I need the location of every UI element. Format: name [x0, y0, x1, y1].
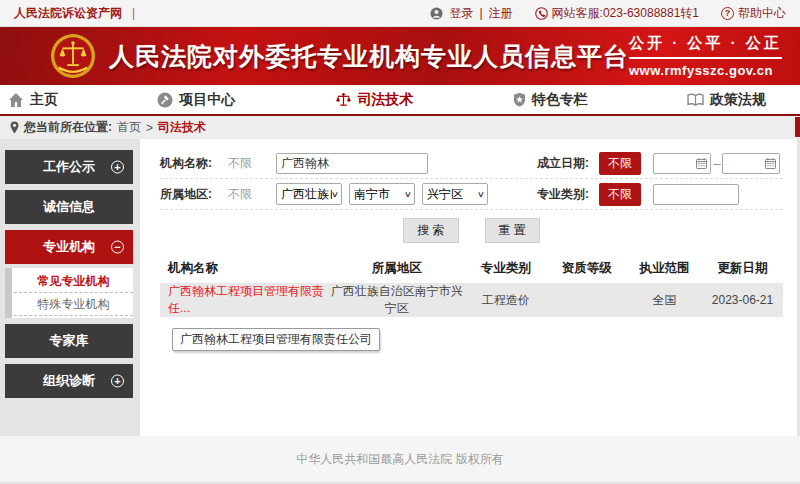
copyright-text: 中华人民共和国最高人民法院 版权所有: [296, 451, 503, 468]
reset-button[interactable]: 重 置: [485, 218, 540, 243]
project-icon: [157, 92, 173, 108]
scales-icon: [335, 92, 352, 108]
date-range-separator: ---: [713, 158, 720, 169]
user-icon: [430, 7, 443, 20]
site-slogan: 公开 · 公平 · 公正: [629, 34, 782, 59]
home-icon: [8, 92, 24, 108]
help-icon: ?: [721, 7, 734, 20]
org-name-label: 机构名称:: [160, 155, 228, 172]
nav-item-project-center[interactable]: 项目中心: [157, 91, 235, 109]
cell-region: 广西壮族自治区南宁市兴宁区: [328, 283, 465, 317]
calendar-icon[interactable]: [765, 158, 776, 169]
district-select[interactable]: 兴宁区 ∨: [422, 183, 488, 205]
form-actions: 搜 索 重 置: [160, 210, 783, 249]
page-footer: 中华人民共和国最高人民法院 版权所有: [0, 436, 800, 482]
category-input[interactable]: [653, 184, 739, 205]
region-label: 所属地区:: [160, 186, 228, 203]
col-header-scope: 执业范围: [627, 253, 702, 283]
book-icon: [687, 93, 704, 107]
category-unlimited-button[interactable]: 不限: [599, 183, 641, 206]
breadcrumb: 您当前所在位置: 首页 > 司法技术: [0, 116, 800, 139]
table-row: 广西翰林工程项目管理有限责任... 广西壮族自治区南宁市兴宁区 工程造价 全国 …: [160, 283, 783, 317]
sidebar-item-org-diagnosis[interactable]: 组织诊断 +: [5, 364, 133, 398]
founded-date-end-input[interactable]: [722, 153, 780, 174]
nav-item-special-column[interactable]: 特色专栏: [513, 91, 588, 109]
sidebar-item-professional-orgs[interactable]: 专业机构 −: [5, 230, 133, 264]
search-button[interactable]: 搜 索: [403, 218, 458, 243]
org-name-unlimited[interactable]: 不限: [228, 155, 276, 172]
form-row-org-name: 机构名称: 不限 成立日期: 不限 ---: [160, 148, 783, 179]
results-table: 机构名称 所属地区 专业类别 资质等级 执业范围 更新日期 广西翰林工程项目管理…: [160, 253, 783, 317]
expand-icon[interactable]: +: [111, 161, 124, 174]
breadcrumb-separator: >: [146, 121, 153, 135]
phone-icon: [535, 7, 548, 20]
content-area: 工作公示 + 诚信信息 专业机构 − 常见专业机构 特殊专业机构 专家库 组织诊…: [0, 139, 800, 436]
topbar-divider: |: [132, 6, 135, 20]
org-name-input[interactable]: [276, 153, 428, 174]
founded-date-start-input[interactable]: [653, 153, 711, 174]
service-phone: 网站客服:023-63088881转1: [552, 5, 699, 22]
col-header-org-name: 机构名称: [160, 253, 328, 283]
login-link[interactable]: 登录: [449, 5, 473, 22]
founded-unlimited-button[interactable]: 不限: [599, 152, 641, 175]
founded-date-label: 成立日期:: [537, 155, 599, 172]
form-row-region: 所属地区: 不限 广西壮族自治 ∨ 南宁市 ∨ 兴宁区 ∨ 专业类别: 不限: [160, 179, 783, 210]
location-pin-icon: [10, 121, 19, 134]
expand-icon[interactable]: +: [111, 375, 124, 388]
chevron-down-icon: ∨: [331, 190, 339, 199]
cell-category: 工程造价: [465, 283, 546, 317]
col-header-grade: 资质等级: [546, 253, 627, 283]
cell-grade: [546, 283, 627, 317]
chevron-down-icon: ∨: [477, 190, 485, 199]
sidebar-submenu: 常见专业机构 特殊专业机构: [5, 268, 133, 318]
nav-item-policies[interactable]: 政策法规: [687, 91, 766, 109]
side-widget-tab[interactable]: [795, 117, 800, 137]
category-label: 专业类别:: [537, 186, 599, 203]
badge-icon: [513, 92, 526, 107]
table-header-row: 机构名称 所属地区 专业类别 资质等级 执业范围 更新日期: [160, 253, 783, 283]
col-header-category: 专业类别: [465, 253, 546, 283]
nav-item-judicial-tech[interactable]: 司法技术: [335, 91, 414, 109]
sister-site-link[interactable]: 人民法院诉讼资产网: [14, 5, 122, 22]
sidebar-item-integrity-info[interactable]: 诚信信息: [5, 190, 133, 224]
cell-updated: 2023-06-21: [702, 283, 783, 317]
site-url: www.rmfysszc.gov.cn: [629, 63, 782, 78]
main-nav: 主页 项目中心 司法技术 特色专栏 政策法规: [0, 85, 800, 116]
sidebar-item-work-publicity[interactable]: 工作公示 +: [5, 150, 133, 184]
collapse-icon[interactable]: −: [111, 241, 124, 254]
help-center-link[interactable]: 帮助中心: [738, 5, 786, 22]
sidebar-subitem-special-orgs[interactable]: 特殊专业机构: [14, 293, 133, 316]
top-utility-bar: 人民法院诉讼资产网 | 登录 | 注册 网站客服:023-63088881转1 …: [0, 0, 800, 27]
sidebar-subitem-common-orgs[interactable]: 常见专业机构: [14, 270, 133, 293]
region-unlimited[interactable]: 不限: [228, 186, 276, 203]
col-header-region: 所属地区: [328, 253, 465, 283]
main-panel: 机构名称: 不限 成立日期: 不限 ---: [140, 139, 797, 436]
col-header-updated: 更新日期: [702, 253, 783, 283]
sidebar: 工作公示 + 诚信信息 专业机构 − 常见专业机构 特殊专业机构 专家库 组织诊…: [5, 150, 133, 404]
breadcrumb-current: 司法技术: [158, 119, 206, 136]
breadcrumb-prefix: 您当前所在位置:: [24, 119, 112, 136]
chevron-down-icon: ∨: [404, 190, 412, 199]
login-register-divider: |: [479, 6, 482, 20]
site-banner: 人民法院对外委托专业机构专业人员信息平台 公开 · 公平 · 公正 www.rm…: [0, 27, 800, 85]
org-name-link[interactable]: 广西翰林工程项目管理有限责任...: [168, 284, 324, 315]
cell-org-name: 广西翰林工程项目管理有限责任...: [160, 283, 328, 317]
city-select[interactable]: 南宁市 ∨: [349, 183, 415, 205]
site-title: 人民法院对外委托专业机构专业人员信息平台: [109, 40, 629, 73]
court-emblem-icon: [50, 33, 96, 79]
org-name-tooltip: 广西翰林工程项目管理有限责任公司: [172, 328, 380, 351]
register-link[interactable]: 注册: [489, 5, 513, 22]
sidebar-item-expert-pool[interactable]: 专家库: [5, 324, 133, 358]
calendar-icon[interactable]: [696, 158, 707, 169]
nav-item-home[interactable]: 主页: [8, 91, 58, 109]
cell-scope: 全国: [627, 283, 702, 317]
province-select[interactable]: 广西壮族自治 ∨: [276, 183, 342, 205]
breadcrumb-home-link[interactable]: 首页: [117, 119, 141, 136]
